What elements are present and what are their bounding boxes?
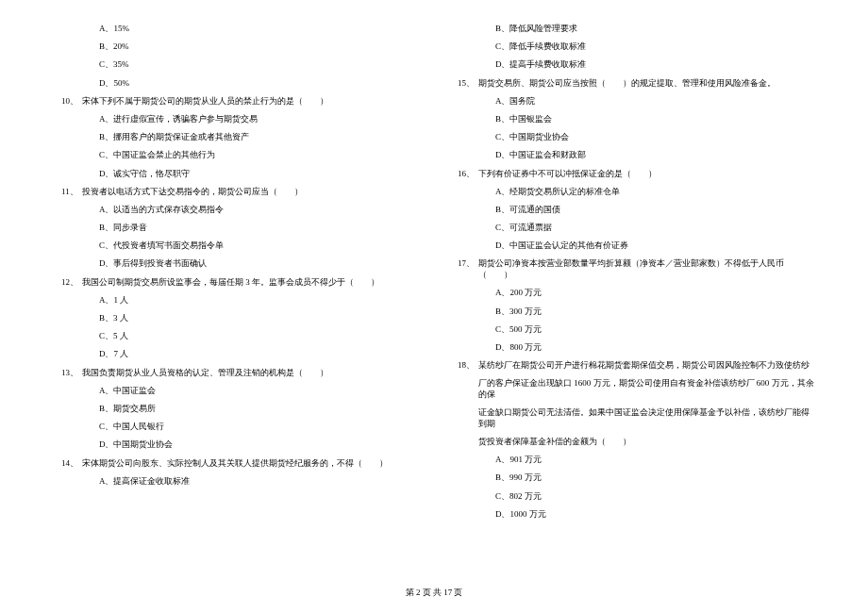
question-text: 期货交易所、期货公司应当按照（ ）的规定提取、管理和使用风险准备金。	[478, 78, 816, 90]
option-item: D、中国证监会认定的其他有价证券	[448, 240, 816, 252]
option-item: D、事后得到投资者书面确认	[52, 258, 420, 270]
option-item: B、990 万元	[448, 472, 816, 484]
question-number: 12、	[61, 277, 82, 289]
option-item: B、中国银监会	[448, 114, 816, 125]
option-item: B、300 万元	[448, 306, 816, 318]
option-item: D、中国期货业协会	[52, 439, 420, 451]
question-13: 13、 我国负责期货从业人员资格的认定、管理及注销的机构是（ ）	[52, 368, 420, 379]
option-item: C、可流通票据	[448, 223, 816, 234]
left-column: A、15% B、20% C、35% D、50% 10、 宋体下列不属于期货公司的…	[52, 24, 420, 571]
question-number: 18、	[458, 360, 478, 372]
question-17: 17、 期货公司净资本按营业部数量平均折算额（净资本／营业部家数）不得低于人民币…	[448, 258, 816, 280]
option-item: B、降低风险管理要求	[448, 24, 816, 35]
option-item: D、诚实守信，恪尽职守	[52, 169, 420, 180]
option-item: A、以适当的方式保存该交易指令	[52, 205, 420, 216]
option-item: B、3 人	[52, 313, 420, 324]
option-item: A、200 万元	[448, 288, 816, 299]
option-item: C、中国证监会禁止的其他行为	[52, 150, 420, 161]
option-item: A、1 人	[52, 295, 420, 306]
question-text: 宋体期货公司向股东、实际控制人及其关联人提供期货经纪服务的，不得（ ）	[82, 458, 420, 470]
question-number: 10、	[61, 96, 82, 108]
option-item: C、500 万元	[448, 324, 816, 336]
question-text: 宋体下列不属于期货公司的期货从业人员的禁止行为的是（ ）	[82, 96, 420, 108]
question-continuation: 货投资者保障基金补偿的金额为（ ）	[448, 437, 816, 448]
option-item: A、国务院	[448, 96, 816, 108]
option-item: A、15%	[52, 24, 420, 35]
option-item: A、经期货交易所认定的标准仓单	[448, 187, 816, 198]
question-text: 某纺纱厂在期货公司开户进行棉花期货套期保值交易，期货公司因风险控制不力致使纺纱	[478, 360, 816, 372]
question-12: 12、 我国公司制期货交易所设监事会，每届任期 3 年。监事会成员不得少于（ ）	[52, 277, 420, 289]
option-item: C、中国期货业协会	[448, 132, 816, 143]
page-columns: A、15% B、20% C、35% D、50% 10、 宋体下列不属于期货公司的…	[52, 24, 816, 571]
question-text: 期货公司净资本按营业部数量平均折算额（净资本／营业部家数）不得低于人民币（ ）	[478, 258, 816, 280]
option-item: A、进行虚假宣传，诱骗客户参与期货交易	[52, 114, 420, 125]
question-15: 15、 期货交易所、期货公司应当按照（ ）的规定提取、管理和使用风险准备金。	[448, 78, 816, 90]
option-item: D、1000 万元	[448, 509, 816, 521]
option-item: B、20%	[52, 41, 420, 53]
question-text: 我国负责期货从业人员资格的认定、管理及注销的机构是（ ）	[82, 368, 420, 379]
question-number: 17、	[458, 258, 478, 280]
question-text: 下列有价证券中不可以冲抵保证金的是（ ）	[478, 169, 816, 180]
option-item: D、50%	[52, 78, 420, 90]
question-continuation: 厂的客户保证金出现缺口 1600 万元，期货公司使用自有资金补偿该纺纱厂 600…	[448, 378, 816, 400]
question-number: 14、	[61, 458, 82, 470]
option-item: D、中国证监会和财政部	[448, 150, 816, 161]
question-18: 18、 某纺纱厂在期货公司开户进行棉花期货套期保值交易，期货公司因风险控制不力致…	[448, 360, 816, 372]
question-number: 15、	[458, 78, 478, 90]
option-item: C、35%	[52, 59, 420, 71]
option-item: A、提高保证金收取标准	[52, 476, 420, 488]
right-column: B、降低风险管理要求 C、降低手续费收取标准 D、提高手续费收取标准 15、 期…	[448, 24, 816, 571]
question-text: 投资者以电话方式下达交易指令的，期货公司应当（ ）	[82, 187, 420, 198]
option-item: D、7 人	[52, 349, 420, 360]
question-16: 16、 下列有价证券中不可以冲抵保证金的是（ ）	[448, 169, 816, 180]
page-footer: 第 2 页 共 17 页	[0, 587, 868, 599]
option-item: C、5 人	[52, 331, 420, 342]
option-item: C、中国人民银行	[52, 422, 420, 433]
option-item: D、提高手续费收取标准	[448, 59, 816, 71]
option-item: B、同步录音	[52, 223, 420, 234]
question-14: 14、 宋体期货公司向股东、实际控制人及其关联人提供期货经纪服务的，不得（ ）	[52, 458, 420, 470]
question-number: 11、	[61, 187, 82, 198]
option-item: B、期货交易所	[52, 404, 420, 415]
option-item: A、901 万元	[448, 455, 816, 466]
option-item: D、800 万元	[448, 342, 816, 354]
question-number: 13、	[61, 368, 82, 379]
option-item: B、可流通的国债	[448, 205, 816, 216]
option-item: C、代投资者填写书面交易指令单	[52, 240, 420, 252]
question-continuation: 证金缺口期货公司无法清偿。如果中国证监会决定使用保障基金予以补偿，该纺纱厂能得到…	[448, 407, 816, 429]
question-11: 11、 投资者以电话方式下达交易指令的，期货公司应当（ ）	[52, 187, 420, 198]
option-item: B、挪用客户的期货保证金或者其他资产	[52, 132, 420, 143]
question-text: 我国公司制期货交易所设监事会，每届任期 3 年。监事会成员不得少于（ ）	[82, 277, 420, 289]
option-item: C、802 万元	[448, 491, 816, 503]
option-item: C、降低手续费收取标准	[448, 41, 816, 53]
question-number: 16、	[458, 169, 478, 180]
option-item: A、中国证监会	[52, 386, 420, 397]
question-10: 10、 宋体下列不属于期货公司的期货从业人员的禁止行为的是（ ）	[52, 96, 420, 108]
